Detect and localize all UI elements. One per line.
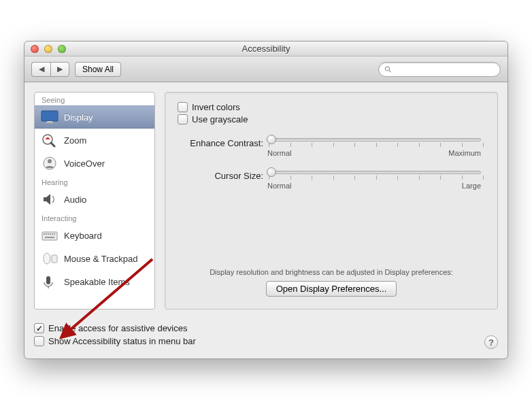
svg-point-17 — [44, 253, 50, 264]
svg-rect-4 — [46, 122, 54, 124]
svg-rect-14 — [52, 233, 53, 235]
show-status-row: Show Accessibility status in menu bar — [34, 336, 498, 346]
enable-assistive-label: Enable access for assistive devices — [48, 323, 187, 333]
contrast-field: Enhance Contrast: Normal Maximum — [178, 138, 485, 157]
sidebar-item-label: Keyboard — [64, 231, 102, 241]
sidebar-item-label: Zoom — [64, 135, 86, 146]
cursor-max: Large — [462, 182, 481, 190]
sidebar-item-label: Mouse & Trackpad — [64, 254, 137, 264]
speakable-icon — [41, 274, 59, 289]
svg-point-8 — [48, 159, 52, 163]
toolbar: ◀ ▶ Show All — [24, 56, 508, 82]
group-interacting: Interacting — [35, 211, 154, 224]
invert-colors-checkbox[interactable] — [178, 102, 188, 112]
invert-colors-label: Invert colors — [192, 102, 240, 112]
sidebar-item-display[interactable]: Display — [35, 105, 154, 129]
cursor-label: Cursor Size: — [178, 171, 267, 181]
forward-button[interactable]: ▶ — [50, 62, 69, 77]
sidebar-scroll[interactable]: Seeing Display Zoom — [35, 93, 154, 309]
keyboard-icon — [41, 228, 59, 243]
contrast-label: Enhance Contrast: — [178, 138, 267, 148]
zoom-icon — [41, 133, 59, 148]
slider-thumb-icon[interactable] — [267, 135, 276, 144]
show-all-label: Show All — [82, 65, 114, 74]
svg-rect-2 — [41, 111, 58, 121]
svg-rect-16 — [45, 237, 54, 238]
group-hearing: Hearing — [35, 175, 154, 188]
help-button[interactable]: ? — [484, 335, 498, 349]
accessibility-window: Accessibility ◀ ▶ Show All Seeing Displa… — [24, 41, 508, 359]
slider-thumb-icon[interactable] — [267, 167, 276, 177]
sidebar-item-voiceover[interactable]: VoiceOver — [35, 152, 154, 175]
sidebar-item-keyboard[interactable]: Keyboard — [35, 224, 154, 247]
contrast-max: Maximum — [448, 149, 481, 157]
search-icon — [384, 65, 392, 73]
triangle-right-icon: ▶ — [57, 65, 63, 73]
svg-rect-13 — [50, 233, 51, 235]
enable-assistive-checkbox[interactable] — [34, 323, 44, 333]
voiceover-icon — [41, 156, 59, 171]
mouse-icon — [41, 251, 59, 266]
cursor-slider-wrap: Normal Large — [267, 171, 485, 190]
sidebar-item-label: Audio — [64, 195, 86, 205]
show-status-label: Show Accessibility status in menu bar — [48, 336, 196, 346]
sidebar: Seeing Display Zoom — [34, 92, 155, 310]
nav-group: ◀ ▶ — [31, 62, 69, 77]
bottom-options: Enable access for assistive devices Show… — [24, 319, 508, 359]
sidebar-item-speakable[interactable]: Speakable Items — [35, 270, 154, 293]
search-input[interactable] — [395, 65, 495, 74]
svg-rect-10 — [44, 233, 45, 235]
display-hint: Display resolution and brightness can be… — [165, 268, 497, 276]
svg-rect-18 — [52, 255, 57, 263]
svg-rect-19 — [46, 276, 50, 284]
content-area: Seeing Display Zoom — [24, 82, 508, 319]
sidebar-item-audio[interactable]: Audio — [35, 188, 154, 211]
grayscale-label: Use grayscale — [192, 114, 248, 124]
cursor-slider[interactable] — [267, 171, 481, 174]
svg-rect-9 — [42, 232, 57, 240]
svg-rect-12 — [48, 233, 49, 235]
display-icon — [41, 110, 59, 124]
titlebar: Accessibility — [24, 41, 508, 56]
contrast-min: Normal — [267, 149, 291, 157]
svg-point-0 — [385, 66, 389, 70]
sidebar-item-zoom[interactable]: Zoom — [35, 129, 154, 152]
open-display-prefs-button[interactable]: Open Display Preferences... — [266, 281, 397, 297]
svg-line-6 — [51, 143, 54, 146]
cursor-min: Normal — [267, 182, 291, 190]
show-all-button[interactable]: Show All — [75, 62, 121, 77]
triangle-left-icon: ◀ — [39, 65, 44, 73]
grayscale-checkbox[interactable] — [178, 114, 188, 124]
window-title: Accessibility — [24, 44, 508, 54]
enable-assistive-row: Enable access for assistive devices — [34, 323, 498, 333]
contrast-slider-wrap: Normal Maximum — [267, 138, 485, 157]
sidebar-item-label: Speakable Items — [64, 277, 130, 287]
svg-rect-11 — [46, 233, 47, 235]
contrast-slider[interactable] — [267, 138, 481, 141]
back-button[interactable]: ◀ — [31, 62, 50, 77]
sidebar-item-mouse[interactable]: Mouse & Trackpad — [35, 247, 154, 270]
svg-rect-15 — [54, 233, 55, 235]
invert-colors-row: Invert colors — [178, 102, 485, 112]
svg-line-1 — [389, 70, 391, 72]
settings-pane: Invert colors Use grayscale Enhance Cont… — [165, 92, 498, 310]
sidebar-item-label: Display — [64, 112, 93, 122]
sidebar-item-label: VoiceOver — [64, 159, 105, 169]
svg-rect-3 — [47, 121, 52, 122]
search-field[interactable] — [378, 62, 501, 77]
open-display-prefs-label: Open Display Preferences... — [276, 284, 387, 294]
show-status-checkbox[interactable] — [34, 336, 44, 346]
audio-icon — [41, 192, 59, 207]
cursor-field: Cursor Size: Normal Large — [178, 171, 485, 190]
grayscale-row: Use grayscale — [178, 114, 485, 124]
question-icon: ? — [488, 337, 494, 348]
group-seeing: Seeing — [35, 93, 154, 105]
